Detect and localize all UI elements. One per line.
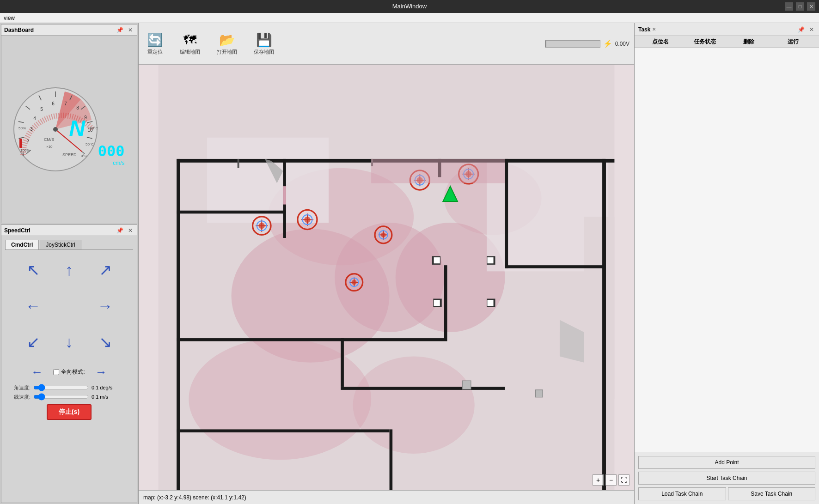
omni-mode-checkbox[interactable] <box>53 369 59 375</box>
omni-right-button[interactable]: → <box>90 363 113 381</box>
tab-cmdctrl[interactable]: CmdCtrl <box>5 240 39 249</box>
omni-left-button[interactable]: ← <box>25 363 49 381</box>
svg-text:7: 7 <box>64 101 67 106</box>
task-pin-icon[interactable]: 📌 <box>796 26 806 33</box>
dir-right-button[interactable]: → <box>89 290 122 322</box>
omni-mode-checkbox-container[interactable]: 全向模式: <box>53 368 85 376</box>
dir-up-button[interactable]: ↑ <box>53 254 86 286</box>
zoom-out-button[interactable]: − <box>605 474 617 486</box>
map-container[interactable]: + − ⛶ <box>139 65 634 490</box>
svg-text:1: 1 <box>22 152 24 157</box>
svg-rect-49 <box>177 211 286 214</box>
angle-speed-value: 0.1 deg/s <box>92 385 128 390</box>
title-bar-buttons[interactable]: — □ ✕ <box>785 2 815 11</box>
map-coordinates: map: (x:-3.2 y:4.98) scene: (x:41.1 y:1.… <box>143 494 246 501</box>
dashboard-content: 1 2 3 4 5 6 7 8 9 10 100% 50% 100°C <box>1 36 137 223</box>
svg-rect-52 <box>505 159 508 268</box>
svg-rect-67 <box>434 300 440 306</box>
svg-point-31 <box>53 127 58 132</box>
linear-speed-value: 0.1 m/s <box>92 394 128 400</box>
battery-fill <box>545 41 546 47</box>
load-task-chain-button[interactable]: Load Task Chain <box>638 487 726 500</box>
center-area: 🔄 重定位 🗺 编辑地图 📂 打开地图 💾 保存地图 ⚡ 0.00V <box>139 23 634 504</box>
task-tab-close-icon[interactable]: ✕ <box>652 27 656 32</box>
save-map-label: 保存地图 <box>254 49 274 55</box>
svg-rect-69 <box>462 381 471 389</box>
map-area[interactable]: + − ⛶ <box>139 65 634 490</box>
dashboard-controls[interactable]: 📌 ✕ <box>115 26 134 34</box>
svg-rect-68 <box>487 300 493 306</box>
start-task-chain-button[interactable]: Start Task Chain <box>638 472 815 485</box>
svg-rect-103 <box>283 186 286 204</box>
open-map-label: 打开地图 <box>217 49 237 55</box>
svg-rect-60 <box>177 429 389 432</box>
svg-rect-101 <box>238 159 239 168</box>
menu-bar: view <box>0 13 819 23</box>
task-close-window-icon[interactable]: ✕ <box>808 26 815 33</box>
task-panel-controls[interactable]: 📌 ✕ <box>796 26 815 33</box>
title-bar: MainWindow — □ ✕ <box>0 0 819 13</box>
speedctrl-close-icon[interactable]: ✕ <box>127 227 134 234</box>
zoom-controls[interactable]: + − ⛶ <box>593 474 630 486</box>
toolbar-open-map[interactable]: 📂 打开地图 <box>213 30 241 57</box>
dir-left-button[interactable]: ← <box>17 290 49 322</box>
speedctrl-controls[interactable]: 📌 ✕ <box>115 227 134 234</box>
speedctrl-header: SpeedCtrl 📌 ✕ <box>1 225 137 236</box>
svg-text:50°C: 50°C <box>86 142 94 146</box>
speedctrl-pin-icon[interactable]: 📌 <box>115 227 125 234</box>
dir-down-left-button[interactable]: ↙ <box>17 326 49 358</box>
svg-text:CM/S: CM/S <box>44 137 55 142</box>
task-tab[interactable]: Task ✕ <box>638 26 656 33</box>
main-layout: DashBoard 📌 ✕ <box>0 23 819 504</box>
angle-speed-label: 角速度: <box>5 384 31 391</box>
dir-center-button[interactable] <box>53 290 86 322</box>
speedometer-container: 1 2 3 4 5 6 7 8 9 10 100% 50% 100°C <box>9 83 129 176</box>
toolbar-edit-map[interactable]: 🗺 编辑地图 <box>176 30 204 57</box>
svg-text:100°C: 100°C <box>88 126 98 130</box>
toolbar-relocate[interactable]: 🔄 重定位 <box>143 30 167 57</box>
toolbar-save-map[interactable]: 💾 保存地图 <box>250 30 278 57</box>
edit-map-label: 编辑地图 <box>180 49 200 55</box>
dir-down-button[interactable]: ↓ <box>53 326 86 358</box>
chain-btn-row: Load Task Chain Save Task Chain <box>638 487 815 500</box>
tab-joystickctrl[interactable]: JoyStickCtrl <box>40 240 81 249</box>
close-button[interactable]: ✕ <box>807 2 815 11</box>
map-status-bar: map: (x:-3.2 y:4.98) scene: (x:41.1 y:1.… <box>139 490 634 504</box>
zoom-in-button[interactable]: + <box>593 474 604 486</box>
add-point-button[interactable]: Add Point <box>638 456 815 469</box>
dir-down-right-button[interactable]: ↘ <box>89 326 122 358</box>
stop-button[interactable]: 停止(s) <box>47 404 92 420</box>
speedctrl-title: SpeedCtrl <box>4 227 31 234</box>
svg-rect-104 <box>371 159 505 183</box>
svg-text:×10: ×10 <box>46 145 53 149</box>
angle-speed-slider[interactable] <box>33 384 89 391</box>
dashboard-pin-icon[interactable]: 📌 <box>115 26 125 34</box>
svg-rect-65 <box>434 257 440 263</box>
svg-rect-58 <box>341 387 505 390</box>
linear-speed-label: 线速度: <box>5 394 31 401</box>
zoom-fit-button[interactable]: ⛶ <box>618 474 630 486</box>
angle-speed-row: 角速度: 0.1 deg/s <box>5 384 133 391</box>
dir-up-left-button[interactable]: ↖ <box>17 254 49 286</box>
svg-text:0°C: 0°C <box>81 154 87 158</box>
speedometer-svg: 1 2 3 4 5 6 7 8 9 10 100% 50% 100°C <box>9 83 102 176</box>
battery-bar: ⚡ 0.00V <box>545 39 630 48</box>
svg-rect-56 <box>444 265 447 341</box>
minimize-button[interactable]: — <box>785 2 793 11</box>
task-col-status: 任务状态 <box>683 38 727 46</box>
dashboard-panel: DashBoard 📌 ✕ <box>1 24 137 223</box>
maximize-button[interactable]: □ <box>796 2 804 11</box>
speed-display: 000 cm/s <box>98 142 125 166</box>
compass-direction: N <box>69 115 86 141</box>
svg-text:50%: 50% <box>18 126 26 130</box>
menu-view[interactable]: view <box>4 15 15 21</box>
svg-rect-47 <box>602 159 606 490</box>
dashboard-close-icon[interactable]: ✕ <box>127 26 134 34</box>
dir-up-right-button[interactable]: ↗ <box>89 254 122 286</box>
save-task-chain-button[interactable]: Save Task Chain <box>728 487 816 500</box>
left-panels: DashBoard 📌 ✕ <box>0 23 139 504</box>
linear-speed-slider[interactable] <box>33 393 89 401</box>
linear-speed-row: 线速度: 0.1 m/s <box>5 393 133 401</box>
svg-rect-53 <box>505 159 605 162</box>
speedctrl-content: CmdCtrl JoyStickCtrl ↖ ↑ ↗ ← → ↙ ↓ ↘ <box>1 236 137 424</box>
